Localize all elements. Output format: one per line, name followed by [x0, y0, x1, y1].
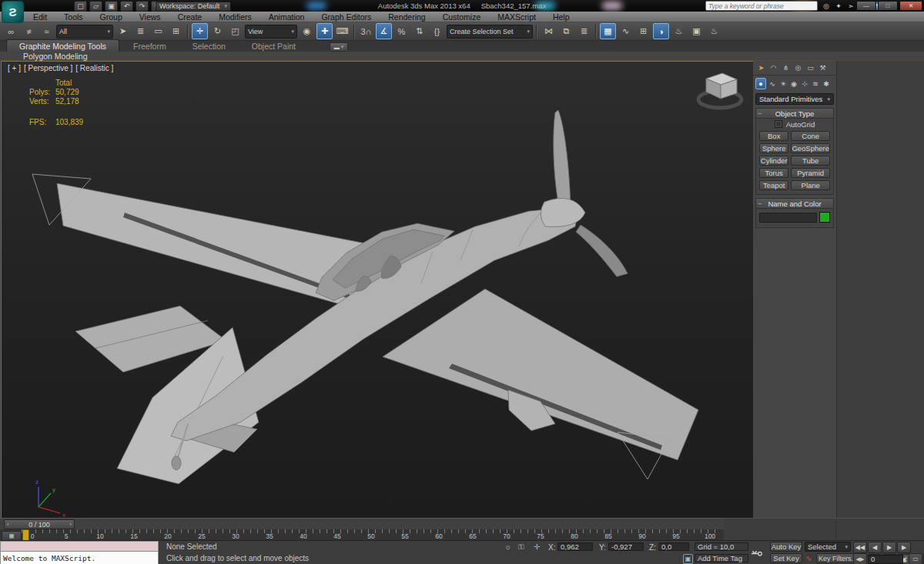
rendered-frame-window-icon[interactable]: ▣ — [688, 23, 705, 39]
primitive-button[interactable]: Cone — [791, 131, 830, 141]
angle-snap-icon[interactable]: ∡ — [376, 23, 392, 39]
object-color-swatch[interactable] — [819, 212, 830, 223]
unlink-selection-icon[interactable]: ≠ — [21, 23, 37, 39]
default-in-out-tangents-icon[interactable]: ∿ — [805, 554, 812, 562]
render-setup-icon[interactable]: ♨ — [671, 23, 687, 39]
workspace-dropdown[interactable]: Workspace: Default ▾ — [156, 2, 231, 12]
align-icon[interactable]: ⧉ — [558, 23, 574, 39]
window-crossing-icon[interactable]: ⊞ — [168, 23, 184, 39]
reference-coordinate-dropdown[interactable]: View▾ — [245, 25, 297, 39]
menu-item[interactable]: Customize — [434, 12, 490, 22]
ribbon-tab[interactable]: Graphite Modeling Tools — [6, 39, 119, 52]
primitive-button[interactable]: Torus — [759, 168, 788, 178]
selection-set-key-dropdown[interactable]: Selected ▾ — [805, 542, 851, 552]
schematic-view-icon[interactable]: ⊞ — [635, 23, 651, 39]
maxscript-mini-listener-top[interactable] — [0, 541, 159, 552]
frame-spinner[interactable]: ▲▼ — [904, 556, 908, 563]
select-and-scale-icon[interactable]: ◰ — [227, 23, 243, 39]
helpers-category[interactable]: ⊹ — [800, 79, 809, 89]
modify-tab[interactable]: ◠ — [768, 63, 778, 73]
spacewarps-category[interactable]: ≋ — [811, 79, 820, 89]
viewport-general-menu[interactable]: [ + ] — [8, 64, 21, 72]
add-time-tag[interactable]: Add Time Tag — [695, 554, 748, 562]
key-mode-toggle[interactable]: ◀▶ — [853, 553, 867, 564]
spinner-snap-icon[interactable]: ⇅ — [411, 23, 427, 39]
viewport-pov-menu[interactable]: [ Perspective ] — [24, 64, 72, 72]
set-key-button[interactable]: Set Key — [770, 553, 802, 563]
ribbon-tab[interactable]: Object Paint — [239, 40, 308, 52]
rectangular-selection-icon[interactable]: ▭ — [150, 23, 166, 39]
object-type-rollout-header[interactable]: − Object Type — [756, 109, 833, 119]
next-frame-arrow[interactable]: › — [69, 521, 72, 528]
time-tag-icon[interactable]: ▣ — [683, 554, 693, 564]
menu-item[interactable]: Create — [169, 12, 211, 22]
primitive-button[interactable]: Plane — [791, 180, 830, 190]
open-file-icon[interactable]: ▱ — [89, 1, 102, 12]
shapes-category[interactable]: ∿ — [768, 79, 777, 89]
maxscript-mini-listener[interactable]: Welcome to MAXScript. — [0, 552, 159, 564]
time-slider-handle[interactable]: ‹ 0 / 100 › — [4, 519, 75, 529]
lights-category[interactable]: ☀ — [778, 79, 788, 89]
menu-item[interactable]: Tools — [55, 12, 92, 22]
select-and-link-icon[interactable]: ∞ — [3, 23, 19, 39]
systems-category[interactable]: ✱ — [822, 79, 831, 89]
new-file-icon[interactable]: ▢ — [74, 1, 87, 12]
name-color-rollout-header[interactable]: − Name and Color — [756, 199, 833, 209]
minimize-button[interactable]: — — [856, 1, 876, 11]
perspective-viewport[interactable]: [ + ] [ Perspective ] [ Realistic ] Tota… — [1, 61, 754, 519]
render-production-icon[interactable]: ♨ — [706, 23, 722, 39]
viewport-shading-menu[interactable]: [ Realistic ] — [75, 64, 113, 72]
search-input[interactable] — [705, 1, 818, 11]
z-coordinate-field[interactable]: 0,0 — [658, 542, 689, 551]
view-cube[interactable] — [698, 73, 742, 108]
ribbon-tab[interactable]: Selection — [180, 40, 238, 52]
curve-editor-icon[interactable]: ∿ — [618, 23, 634, 39]
menu-item[interactable]: Help — [544, 12, 578, 22]
create-tab[interactable]: ➤ — [756, 63, 766, 73]
previous-frame-button[interactable]: ◀ — [868, 542, 882, 553]
menu-item[interactable]: Group — [92, 12, 131, 22]
primitive-button[interactable]: Pyramid — [791, 168, 830, 178]
utilities-tab[interactable]: ⚒ — [818, 63, 828, 73]
redo-icon[interactable]: ↷ — [136, 1, 149, 12]
max-logo[interactable]: Ƨ — [2, 1, 24, 23]
material-editor-icon[interactable]: ◑ — [653, 23, 669, 39]
percent-snap-icon[interactable]: % — [393, 23, 410, 39]
primitive-button[interactable]: GeoSphere — [791, 143, 830, 153]
select-and-move-icon[interactable]: ✛ — [192, 23, 208, 39]
auto-key-button[interactable]: Auto Key — [770, 542, 802, 552]
keyboard-override-icon[interactable]: ⌨ — [334, 23, 350, 39]
select-and-rotate-icon[interactable]: ↻ — [209, 23, 226, 39]
autogrid-checkbox[interactable] — [775, 120, 782, 128]
communication-center-icon[interactable]: ✦ — [833, 2, 844, 11]
ribbon-minimize-button[interactable]: ▬ ▾ — [330, 42, 348, 52]
undo-icon[interactable]: ↶ — [120, 1, 133, 12]
time-slider[interactable]: ‹ 0 / 100 › — [0, 518, 724, 530]
graphite-ribbon-toggle-icon[interactable]: ▦ — [600, 23, 616, 39]
primitive-button[interactable]: Teapot — [759, 180, 788, 190]
select-object-icon[interactable]: ➤ — [115, 23, 131, 39]
set-keys-button[interactable]: ⚷ — [748, 549, 765, 558]
primitive-button[interactable]: Cylinder — [759, 156, 788, 166]
isolate-selection-icon[interactable]: ☼ — [504, 542, 511, 551]
motion-tab[interactable]: ◎ — [793, 63, 803, 73]
object-name-field[interactable] — [759, 213, 817, 223]
close-button[interactable]: ✕ — [899, 1, 922, 11]
selection-lock-icon[interactable]: ⚿ — [518, 542, 524, 552]
primitive-button[interactable]: Tube — [791, 156, 830, 166]
use-pivot-center-icon[interactable]: ◉ — [299, 23, 315, 39]
track-bar[interactable]: ▦ 05101520253035404550556065707580859095… — [0, 529, 724, 541]
primitive-category-dropdown[interactable]: Standard Primitives ▾ — [755, 93, 834, 105]
maximize-button[interactable]: □ — [878, 1, 898, 11]
cameras-category[interactable]: ◉ — [789, 79, 798, 89]
display-tab[interactable]: ▭ — [805, 63, 815, 73]
bind-to-space-warp-icon[interactable]: ≈ — [38, 23, 55, 39]
manage-layers-icon[interactable]: ≣ — [576, 23, 592, 39]
menu-item[interactable]: Views — [131, 12, 169, 22]
primitive-button[interactable]: Sphere — [759, 143, 788, 153]
selection-filter-dropdown[interactable]: All▾ — [56, 25, 113, 39]
menu-item[interactable]: Animation — [260, 12, 313, 22]
edit-named-selection-sets-icon[interactable]: {} — [429, 23, 445, 39]
absolute-mode-icon[interactable]: ✛ — [534, 542, 540, 551]
search-icon[interactable]: ◎ — [821, 2, 832, 11]
